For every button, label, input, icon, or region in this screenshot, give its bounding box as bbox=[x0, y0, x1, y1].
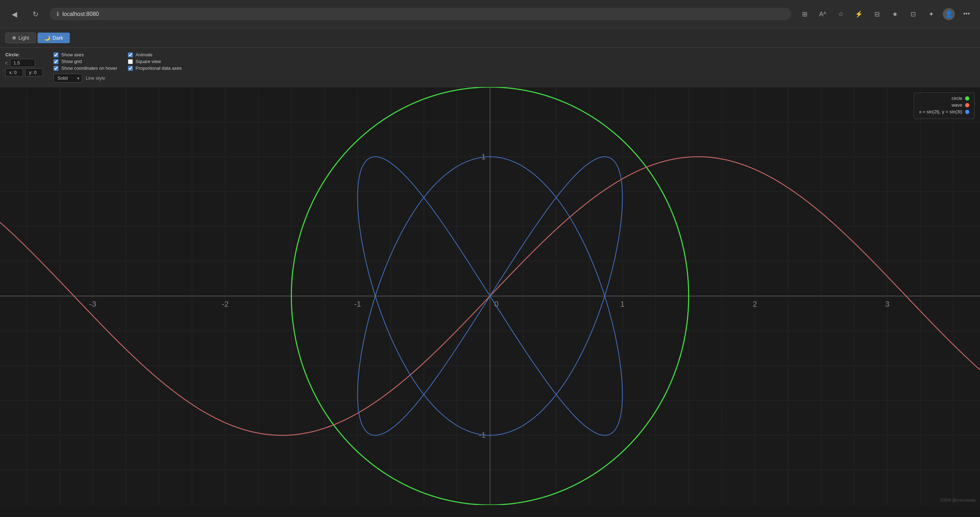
graph-container: circle wave x = sin(2t), y = sin(3t) CSD… bbox=[0, 87, 980, 505]
circle-r-input[interactable] bbox=[10, 59, 35, 67]
dark-label: Dark bbox=[52, 35, 63, 41]
legend-item-wave: wave bbox=[919, 102, 969, 108]
extensions-icon[interactable]: ⚡ bbox=[853, 8, 865, 21]
legend-circle-dot bbox=[965, 96, 969, 101]
r-label: r: bbox=[5, 60, 8, 65]
circle-controls: Circle: r: x: 0 y: 0 bbox=[5, 52, 43, 76]
browser-actions: ⊞ Aᴬ ☆ ⚡ ⊟ ★ ⊡ ✦ 👤 ••• bbox=[798, 8, 973, 21]
info-icon: ℹ bbox=[57, 11, 59, 17]
show-grid-checkbox[interactable] bbox=[54, 59, 59, 64]
light-label: Light bbox=[18, 35, 29, 41]
legend: circle wave x = sin(2t), y = sin(3t) bbox=[914, 92, 975, 119]
dark-icon: 🌙 bbox=[44, 35, 50, 41]
theme-bar: ✻ Light 🌙 Dark bbox=[0, 29, 980, 48]
legend-item-lissajous: x = sin(2t), y = sin(3t) bbox=[919, 109, 969, 114]
show-coords-label: Show coordinates on hover bbox=[61, 65, 117, 71]
coord-display: x: 0 y: 0 bbox=[5, 68, 43, 76]
line-style-select[interactable]: Solid Dashed Dotted bbox=[54, 74, 82, 82]
browser-chrome: ◀ ↻ ℹ localhost:8080 ⊞ Aᴬ ☆ ⚡ ⊟ ★ ⊡ ✦ 👤 … bbox=[0, 0, 980, 29]
show-coords-checkbox[interactable] bbox=[54, 66, 59, 71]
proportional-axes-checkbox[interactable] bbox=[128, 66, 133, 71]
square-view-row[interactable]: Square view bbox=[128, 59, 182, 64]
controls-bar: Circle: r: x: 0 y: 0 Show axes Show grid bbox=[0, 48, 980, 87]
profile-icon[interactable]: 👤 bbox=[943, 8, 955, 20]
x-coord: x: 0 bbox=[5, 68, 23, 76]
font-icon[interactable]: Aᴬ bbox=[816, 8, 829, 21]
checkboxes-col2: Animate Square view Proportional data ax… bbox=[128, 52, 182, 71]
square-view-checkbox[interactable] bbox=[128, 59, 133, 64]
animate-row[interactable]: Animate bbox=[128, 52, 182, 57]
legend-lissajous-dot bbox=[965, 110, 969, 114]
show-grid-row[interactable]: Show grid bbox=[54, 59, 117, 64]
animate-label: Animate bbox=[136, 52, 153, 57]
legend-item-circle: circle bbox=[919, 96, 969, 101]
url-text: localhost:8080 bbox=[62, 11, 99, 17]
menu-icon[interactable]: ••• bbox=[960, 8, 973, 21]
light-icon: ✻ bbox=[12, 35, 16, 41]
square-view-label: Square view bbox=[136, 59, 161, 64]
show-axes-row[interactable]: Show axes bbox=[54, 52, 117, 57]
favorites-icon[interactable]: ★ bbox=[889, 8, 901, 21]
copilot-icon[interactable]: ✦ bbox=[925, 8, 937, 21]
show-axes-checkbox[interactable] bbox=[54, 52, 59, 57]
line-style-label: Line style bbox=[86, 75, 105, 81]
y-coord: y: 0 bbox=[25, 68, 43, 76]
app: ✻ Light 🌙 Dark Circle: r: x: 0 y: 0 Sho bbox=[0, 29, 980, 505]
proportional-axes-label: Proportional data axes bbox=[136, 65, 182, 71]
legend-wave-dot bbox=[965, 103, 969, 107]
attribution: CSDN @crazyskady bbox=[940, 498, 976, 502]
show-grid-label: Show grid bbox=[61, 59, 82, 64]
checkboxes-col1: Show axes Show grid Show coordinates on … bbox=[54, 52, 117, 82]
proportional-axes-row[interactable]: Proportional data axes bbox=[128, 65, 182, 71]
circle-label: Circle: bbox=[5, 52, 43, 57]
address-bar: ℹ localhost:8080 bbox=[49, 8, 791, 20]
line-style-row: Solid Dashed Dotted ▼ Line style bbox=[54, 74, 117, 82]
legend-circle-label: circle bbox=[951, 96, 962, 101]
dark-theme-button[interactable]: 🌙 Dark bbox=[38, 33, 70, 43]
layout-icon[interactable]: ⊟ bbox=[870, 8, 883, 21]
graph-canvas bbox=[0, 87, 980, 505]
show-coords-row[interactable]: Show coordinates on hover bbox=[54, 65, 117, 71]
animate-checkbox[interactable] bbox=[128, 52, 133, 57]
line-style-select-wrapper: Solid Dashed Dotted ▼ bbox=[54, 74, 82, 82]
back-button[interactable]: ◀ bbox=[7, 7, 21, 21]
grid-icon[interactable]: ⊞ bbox=[798, 8, 811, 21]
star-icon[interactable]: ☆ bbox=[834, 8, 847, 21]
show-axes-label: Show axes bbox=[61, 52, 84, 57]
collections-icon[interactable]: ⊡ bbox=[907, 8, 920, 21]
refresh-button[interactable]: ↻ bbox=[29, 7, 43, 21]
legend-wave-label: wave bbox=[951, 102, 962, 108]
light-theme-button[interactable]: ✻ Light bbox=[5, 33, 36, 43]
legend-lissajous-label: x = sin(2t), y = sin(3t) bbox=[919, 109, 962, 114]
